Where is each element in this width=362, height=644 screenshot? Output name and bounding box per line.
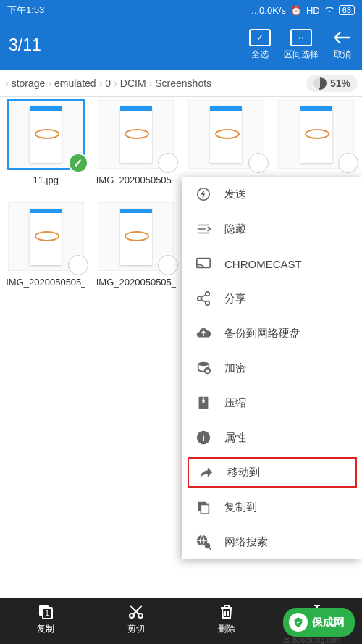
selection-header: 3/11 ✓ 全选 ↔ 区间选择 取消 [0, 20, 362, 70]
menu-label: 属性 [224, 431, 246, 445]
selection-counter: 3/11 [9, 35, 249, 55]
menu-label: 移动到 [227, 466, 260, 480]
cloud-up-icon [195, 325, 211, 341]
menu-label: 分享 [224, 292, 246, 306]
svg-text:i: i [202, 432, 205, 443]
file-thumbnail[interactable] [188, 100, 264, 169]
menu-properties[interactable]: i 属性 [182, 420, 362, 455]
cast-icon [195, 256, 211, 272]
status-time: 下午1:53 [7, 4, 44, 17]
zip-icon [195, 395, 211, 411]
storage-badge[interactable]: 51% [306, 75, 358, 92]
toolbar-delete[interactable]: 删除 [181, 602, 272, 644]
menu-label: 复制到 [224, 501, 257, 514]
file-name: IMG_2020050505_130507.j [6, 277, 85, 301]
menu-send[interactable]: 发送 [182, 177, 362, 212]
share-icon [195, 290, 211, 306]
hd-icon: HD [306, 5, 320, 16]
select-all-button[interactable]: ✓ 全选 [249, 29, 271, 61]
shield-icon [289, 613, 308, 632]
bolt-icon [195, 186, 211, 202]
menu-label: 压缩 [224, 396, 246, 410]
file-item[interactable]: IMG_2020050505_130507.j [3, 202, 89, 301]
wifi-icon [324, 5, 334, 16]
file-thumbnail[interactable] [8, 202, 84, 271]
file-item[interactable]: IMG_2020050505_130345.j [93, 100, 180, 199]
copy-icon [195, 499, 211, 515]
menu-label: 备份到网络硬盘 [224, 327, 300, 340]
globe-search-icon [195, 534, 211, 550]
cancel-label: 取消 [334, 49, 351, 61]
lock-icon [195, 360, 211, 376]
copy-icon: 1 [35, 602, 56, 621]
menu-label: 网络搜索 [224, 535, 268, 549]
file-name: IMG_2020050505_130345.j [96, 175, 176, 199]
crumb-storage[interactable]: storage [9, 78, 48, 89]
checkbox-icon: ✓ [249, 29, 271, 46]
pie-icon [313, 77, 327, 90]
menu-chromecast[interactable]: CHROMECAST [182, 246, 362, 281]
crumb-dcim[interactable]: DCIM [118, 78, 148, 89]
crumb-emulated[interactable]: emulated [52, 78, 98, 89]
alarm-icon: ⏰ [290, 5, 302, 16]
file-thumbnail[interactable] [278, 100, 354, 169]
menu-copy-to[interactable]: 复制到 [182, 490, 362, 524]
svg-point-5 [198, 362, 209, 367]
menu-web-search[interactable]: 网络搜索 [182, 524, 362, 559]
menu-compress[interactable]: 压缩 [182, 385, 362, 420]
file-thumbnail[interactable]: ✓ [8, 100, 84, 169]
unselected-circle-icon [68, 255, 88, 275]
svg-point-14 [205, 543, 210, 548]
range-select-button[interactable]: ↔ 区间选择 [284, 29, 319, 61]
range-select-label: 区间选择 [284, 49, 319, 61]
status-bar: 下午1:53 ...0.0K/s ⏰ HD 63 [0, 0, 362, 20]
chevron-icon: › [113, 78, 118, 89]
toolbar-label: 删除 [218, 623, 235, 635]
toolbar-label: 复制 [37, 623, 54, 635]
svg-point-4 [206, 301, 210, 306]
chevron-icon: › [4, 78, 9, 89]
back-arrow-icon [332, 29, 353, 46]
menu-label: 发送 [224, 188, 246, 201]
svg-point-3 [198, 296, 202, 301]
toolbar-label: 剪切 [127, 623, 145, 635]
menu-hide[interactable]: 隐藏 [182, 212, 362, 246]
toolbar-cut[interactable]: 剪切 [90, 602, 181, 644]
svg-text:1: 1 [45, 609, 49, 617]
svg-rect-7 [206, 370, 209, 373]
scissors-icon [126, 602, 146, 621]
toolbar-copy[interactable]: 1 复制 [0, 602, 90, 644]
cancel-button[interactable]: 取消 [332, 29, 353, 61]
file-item[interactable]: ✓11.jpg [3, 100, 89, 199]
info-icon: i [195, 430, 211, 446]
chevron-icon: › [47, 78, 52, 89]
storage-pct: 51% [330, 78, 350, 89]
file-thumbnail[interactable] [98, 202, 174, 271]
menu-label: 加密 [224, 361, 246, 375]
range-icon: ↔ [290, 29, 312, 46]
menu-share[interactable]: 分享 [182, 281, 362, 316]
chevron-icon: › [98, 78, 104, 89]
file-name: IMG_2020050505_130536.j [96, 277, 176, 301]
unselected-circle-icon [158, 153, 178, 173]
menu-encrypt[interactable]: 加密 [182, 351, 362, 385]
menu-label: 隐藏 [224, 222, 246, 236]
crumb-screenshots[interactable]: Screenshots [153, 78, 214, 89]
watermark: zs.baocheng.com [284, 636, 340, 644]
svg-point-2 [206, 292, 210, 296]
file-thumbnail[interactable] [98, 100, 174, 169]
forward-icon [198, 464, 214, 480]
unselected-circle-icon [248, 153, 269, 173]
check-icon: ✓ [68, 153, 88, 173]
svg-rect-12 [201, 504, 209, 514]
menu-backup[interactable]: 备份到网络硬盘 [182, 316, 362, 351]
crumb-0[interactable]: 0 [103, 78, 113, 89]
trash-icon [216, 602, 237, 621]
context-menu: 发送 隐藏 CHROMECAST 分享 备份到网络硬盘 加密 压缩 i 属性 移… [182, 177, 362, 559]
brand-badge: 保成网 [283, 608, 355, 637]
menu-move-to[interactable]: 移动到 [185, 455, 359, 490]
file-item[interactable]: IMG_2020050505_130536.j [93, 202, 180, 301]
brand-label: 保成网 [312, 616, 345, 630]
battery-icon: 63 [339, 5, 355, 15]
chevron-icon: › [148, 78, 153, 89]
